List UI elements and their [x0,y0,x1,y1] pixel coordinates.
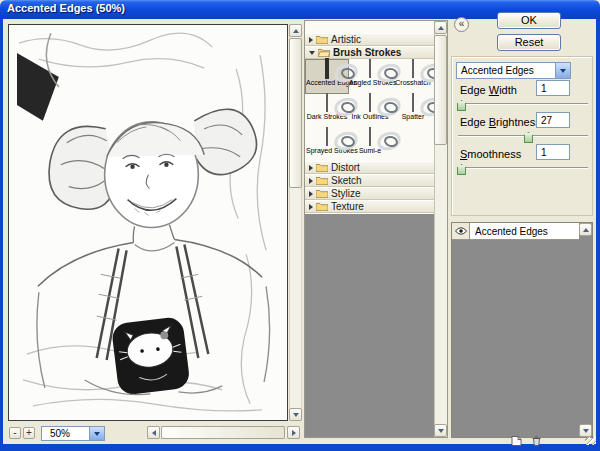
filter-thumbnail-image [325,58,329,79]
category-label: Brush Strokes [333,47,401,58]
filter-thumbnail-image [369,93,371,112]
preview-image [9,25,287,420]
category-label: Stylize [331,188,360,199]
filter-thumbnail-image [412,93,414,112]
filter-browser-panel: Artistic Brush Strokes Accented Edges An… [304,20,448,438]
folder-icon [316,35,328,44]
delete-effect-layer-icon[interactable] [532,436,541,446]
reset-button[interactable]: Reset [497,34,561,51]
preview-hscroll-left-icon[interactable] [147,426,160,439]
expand-arrow-icon [309,165,313,171]
browser-empty-area [305,214,435,437]
effect-layers-panel: Accented Edges [451,222,593,438]
filter-thumb-dark-strokes[interactable]: Dark Strokes [306,94,348,127]
edge-brightness-input[interactable] [536,112,570,128]
smoothness-input[interactable] [536,144,570,160]
category-label: Texture [331,201,364,212]
expand-arrow-icon [309,204,313,210]
window-border-left [0,19,3,451]
smoothness-slider-track[interactable] [458,167,588,169]
edge-brightness-slider-track[interactable] [458,135,588,137]
browser-vscroll-down-icon[interactable] [434,424,447,437]
eye-icon [455,227,467,235]
filter-thumb-sumi-e[interactable]: Sumi-e [349,128,391,161]
filter-thumb-spatter[interactable]: Spatter [392,94,434,127]
preview-hscroll-thumb[interactable] [161,426,285,439]
folder-icon [316,202,328,211]
fx-vscroll-up-icon[interactable] [579,223,592,236]
zoom-level-dropdown[interactable]: 50% [41,426,105,441]
filter-thumb-sprayed-strokes[interactable]: Sprayed Strokes [306,128,348,161]
filter-thumbnail-grid: Accented Edges Angled Strokes Crosshatch… [305,59,435,161]
filter-thumb-ink-outlines[interactable]: Ink Outlines [349,94,391,127]
filter-thumbnail-image [369,59,371,78]
edge-width-label: Edge Width [460,84,517,96]
window-border-right [596,19,600,451]
edge-brightness-label: Edge Brightness [460,116,541,128]
zoom-out-button[interactable]: - [9,427,21,439]
category-label: Distort [331,162,360,173]
fx-vscroll-down-icon[interactable] [579,424,592,437]
edge-width-slider-track[interactable] [458,103,588,105]
smoothness-label: Smoothness [460,148,521,160]
visibility-toggle[interactable] [452,223,470,239]
zoom-level-value: 50% [42,427,89,440]
filter-thumbnail-image [412,59,414,78]
zoom-dropdown-arrow-icon[interactable] [89,427,104,440]
filter-select-dropdown[interactable]: Accented Edges [456,62,571,79]
folder-icon [316,189,328,198]
resize-grip[interactable] [585,437,596,445]
filter-thumbnail-image [326,93,328,112]
filter-thumbnail-image [326,127,328,146]
filter-select-value: Accented Edges [457,63,555,78]
browser-vscroll-thumb[interactable] [434,35,447,145]
filter-gallery-dialog: Accented Edges (50%) [0,0,600,451]
edge-width-input[interactable] [536,80,570,96]
open-folder-icon [318,48,330,57]
preview-hscroll-right-icon[interactable] [287,426,300,439]
category-label: Sketch [331,175,362,186]
folder-icon [316,163,328,172]
collapse-arrow-icon [309,51,315,55]
filter-thumb-crosshatch[interactable]: Crosshatch [392,60,434,93]
preview-vscroll-down-icon[interactable] [289,408,302,421]
filter-thumb-angled-strokes[interactable]: Angled Strokes [349,60,391,93]
category-stylize[interactable]: Stylize [305,187,435,200]
category-artistic[interactable]: Artistic [305,33,435,46]
folder-icon [316,176,328,185]
filter-thumb-accented-edges[interactable]: Accented Edges [306,60,348,93]
collapse-thumbnails-icon[interactable] [454,17,469,32]
preview-pane[interactable] [8,24,288,421]
preview-vscroll-up-icon[interactable] [289,24,302,37]
expand-arrow-icon [309,37,313,43]
zoom-in-button[interactable]: + [23,427,35,439]
ok-button[interactable]: OK [497,12,561,29]
filter-dropdown-arrow-icon[interactable] [555,63,570,78]
preview-vscroll-thumb[interactable] [289,38,302,188]
category-distort[interactable]: Distort [305,161,435,174]
expand-arrow-icon [309,178,313,184]
browser-vscroll-up-icon[interactable] [434,21,447,34]
filter-thumbnail-image [369,127,371,146]
effect-layer-row[interactable]: Accented Edges [452,223,579,240]
category-label: Artistic [331,34,361,45]
effect-layer-name: Accented Edges [470,223,579,239]
new-effect-layer-icon[interactable] [511,436,522,446]
category-texture[interactable]: Texture [305,200,435,213]
window-title: Accented Edges (50%) [7,2,125,14]
category-sketch[interactable]: Sketch [305,174,435,187]
window-border-bottom [0,444,600,451]
expand-arrow-icon [309,191,313,197]
